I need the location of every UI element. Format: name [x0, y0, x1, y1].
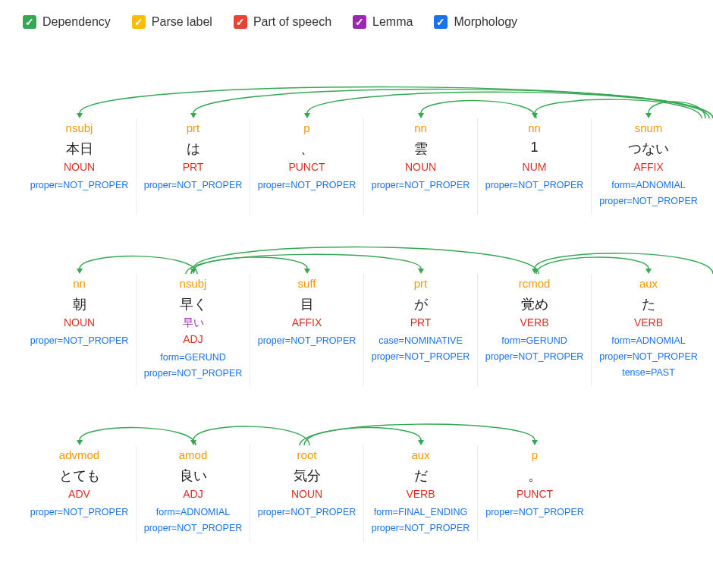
- morphology-feature: form=ADNOMIAL: [596, 178, 701, 193]
- token-text: 目: [255, 295, 359, 313]
- morphology-feature: proper=NOT_PROPER: [27, 333, 131, 349]
- token-text: だ: [369, 467, 473, 485]
- svg-marker-12: [77, 440, 83, 445]
- checkbox-icon[interactable]: [234, 15, 247, 29]
- legend-item-parse-label[interactable]: Parse label: [132, 15, 212, 29]
- morphology-feature: form=ADNOMIAL: [596, 333, 701, 349]
- checkbox-icon[interactable]: [132, 15, 146, 29]
- parse-label: aux: [369, 448, 473, 464]
- part-of-speech: ADV: [27, 488, 131, 502]
- part-of-speech: AFFIX: [596, 161, 701, 175]
- morphology-feature: proper=NOT_PROPER: [141, 178, 245, 193]
- token: prtがPRTcase=NOMINATIVEproper=NOT_PROPER: [364, 274, 478, 387]
- morphology: form=GERUNDproper=NOT_PROPER: [482, 333, 586, 366]
- parse-label: prt: [141, 121, 245, 137]
- svg-marker-3: [418, 113, 424, 118]
- token: nn朝NOUNproper=NOT_PROPER: [23, 274, 137, 387]
- morphology: form=ADNOMIALproper=NOT_PROPER: [596, 178, 701, 210]
- morphology: proper=NOT_PROPER: [255, 505, 359, 520]
- morphology-feature: form=GERUND: [141, 350, 245, 366]
- legend-label: Dependency: [42, 15, 111, 29]
- legend-label: Part of speech: [253, 15, 331, 29]
- morphology-feature: proper=NOT_PROPER: [255, 333, 359, 349]
- token-row: advmodとてもADVproper=NOT_PROPERamod良いADJfo…: [23, 401, 690, 542]
- morphology: proper=NOT_PROPER: [482, 505, 587, 520]
- parse-label: snum: [596, 121, 701, 137]
- parse-label: amod: [141, 448, 245, 464]
- parse-label: rcmod: [482, 277, 586, 292]
- morphology-feature: proper=NOT_PROPER: [27, 178, 131, 193]
- morphology-feature: proper=NOT_PROPER: [369, 178, 473, 193]
- token-text: 1: [482, 140, 586, 158]
- morphology: proper=NOT_PROPER: [255, 333, 359, 349]
- morphology-feature: form=FINAL_ENDING: [369, 505, 473, 520]
- checkbox-icon[interactable]: [434, 15, 448, 29]
- token-text: 早く: [141, 295, 245, 313]
- svg-marker-8: [304, 269, 310, 274]
- svg-marker-6: [77, 269, 83, 274]
- legend-item-pos[interactable]: Part of speech: [234, 15, 331, 29]
- token: nn1NUMproper=NOT_PROPER: [478, 118, 592, 215]
- parse-label: nn: [369, 121, 473, 137]
- legend-label: Parse label: [152, 15, 212, 29]
- legend-item-lemma[interactable]: Lemma: [353, 15, 413, 29]
- morphology: form=ADNOMIALproper=NOT_PROPER: [141, 505, 245, 537]
- token-text: が: [369, 295, 473, 313]
- svg-marker-5: [645, 113, 652, 118]
- checkbox-icon[interactable]: [23, 15, 36, 29]
- token-row: nsubj本日NOUNproper=NOT_PROPERprtはPRTprope…: [23, 74, 690, 215]
- svg-marker-11: [645, 269, 652, 274]
- morphology-feature: proper=NOT_PROPER: [255, 178, 359, 193]
- token-text: は: [141, 140, 245, 158]
- morphology: form=ADNOMIALproper=NOT_PROPERtense=PAST: [596, 333, 701, 382]
- parse-label: advmod: [27, 448, 131, 464]
- part-of-speech: VERB: [369, 488, 473, 502]
- token: auxたVERBform=ADNOMIALproper=NOT_PROPERte…: [592, 274, 705, 387]
- morphology-feature: proper=NOT_PROPER: [482, 505, 587, 520]
- token-text: た: [596, 295, 701, 313]
- part-of-speech: ADJ: [141, 333, 245, 347]
- morphology-feature: proper=NOT_PROPER: [482, 178, 586, 193]
- morphology-feature: proper=NOT_PROPER: [596, 349, 701, 365]
- parse-label: p: [255, 121, 359, 137]
- part-of-speech: PUNCT: [255, 161, 359, 175]
- token: snumつないAFFIXform=ADNOMIALproper=NOT_PROP…: [592, 118, 705, 215]
- token: suff目AFFIXproper=NOT_PROPER: [250, 274, 364, 387]
- part-of-speech: AFFIX: [255, 316, 359, 330]
- morphology: proper=NOT_PROPER: [27, 333, 131, 349]
- token: rcmod覚めVERBform=GERUNDproper=NOT_PROPER: [478, 274, 592, 387]
- part-of-speech: PRT: [141, 161, 245, 175]
- legend-item-dependency[interactable]: Dependency: [23, 15, 111, 29]
- token-text: 本日: [27, 140, 131, 158]
- morphology-feature: proper=NOT_PROPER: [596, 193, 701, 209]
- token: advmodとてもADVproper=NOT_PROPER: [23, 445, 137, 542]
- parse-label: suff: [255, 277, 359, 292]
- part-of-speech: NOUN: [27, 316, 131, 330]
- token: nn雲NOUNproper=NOT_PROPER: [364, 118, 478, 215]
- part-of-speech: VERB: [482, 316, 586, 330]
- legend-item-morphology[interactable]: Morphology: [434, 15, 517, 29]
- token-text: とても: [27, 467, 131, 485]
- morphology: proper=NOT_PROPER: [255, 178, 359, 193]
- lemma: 早い: [141, 316, 245, 330]
- token: amod良いADJform=ADNOMIALproper=NOT_PROPER: [137, 445, 250, 542]
- part-of-speech: NUM: [482, 161, 586, 175]
- parse-label: aux: [596, 277, 701, 292]
- token: root気分NOUNproper=NOT_PROPER: [250, 445, 364, 542]
- dependency-arcs: [23, 230, 690, 274]
- morphology: form=GERUNDproper=NOT_PROPER: [141, 350, 245, 382]
- morphology-feature: proper=NOT_PROPER: [369, 520, 473, 536]
- part-of-speech: NOUN: [255, 488, 359, 502]
- checkbox-icon[interactable]: [353, 15, 366, 29]
- morphology-feature: proper=NOT_PROPER: [482, 349, 586, 365]
- token-row: nn朝NOUNproper=NOT_PROPERnsubj早く早いADJform…: [23, 230, 690, 387]
- morphology: form=FINAL_ENDINGproper=NOT_PROPER: [369, 505, 473, 537]
- token-text: 、: [255, 140, 359, 158]
- svg-marker-2: [304, 113, 310, 118]
- parse-label: p: [482, 448, 587, 464]
- svg-marker-0: [77, 113, 83, 118]
- morphology-feature: form=GERUND: [482, 333, 586, 349]
- morphology-feature: proper=NOT_PROPER: [255, 505, 359, 520]
- morphology-feature: proper=NOT_PROPER: [141, 520, 245, 536]
- parse-label: nsubj: [27, 121, 131, 137]
